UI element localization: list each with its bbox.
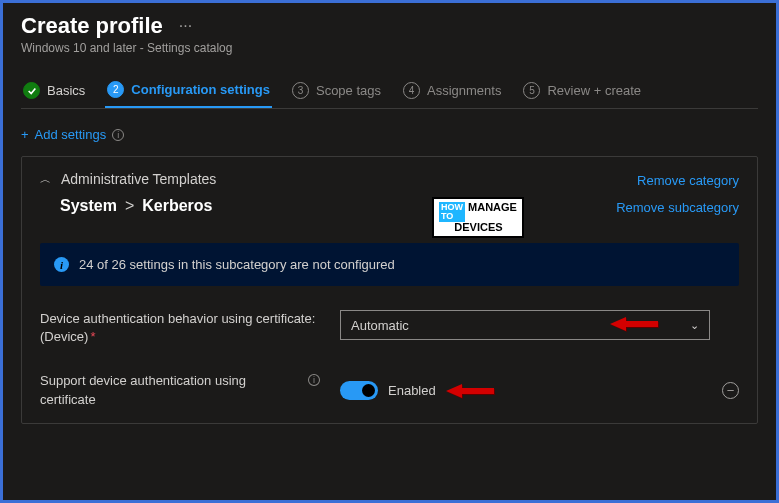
support-device-auth-toggle[interactable] — [340, 381, 378, 400]
remove-category-link[interactable]: Remove category — [637, 173, 739, 188]
tab-basics[interactable]: Basics — [21, 74, 87, 107]
remove-subcategory-link[interactable]: Remove subcategory — [616, 200, 739, 215]
breadcrumb: System > Kerberos — [60, 197, 616, 215]
svg-marker-0 — [610, 317, 658, 331]
more-actions-button[interactable]: ··· — [179, 17, 192, 35]
setting-row-support-device-auth: Support device authentication using cert… — [40, 372, 739, 408]
step-number-badge: 4 — [403, 82, 420, 99]
annotation-arrow-icon — [446, 382, 494, 400]
tab-label: Assignments — [427, 83, 501, 98]
watermark-logo: HOWTO MANAGE DEVICES — [432, 197, 524, 238]
tab-label: Configuration settings — [131, 82, 270, 97]
setting-row-device-auth-behavior: Device authentication behavior using cer… — [40, 310, 739, 346]
remove-setting-button[interactable]: − — [722, 382, 739, 399]
tab-label: Scope tags — [316, 83, 381, 98]
tab-label: Review + create — [547, 83, 641, 98]
wizard-tabs: Basics 2 Configuration settings 3 Scope … — [21, 73, 758, 109]
page-title: Create profile — [21, 13, 163, 39]
breadcrumb-part: Kerberos — [142, 197, 212, 215]
plus-icon: + — [21, 127, 29, 142]
toggle-status-label: Enabled — [388, 383, 436, 398]
info-icon[interactable]: i — [112, 129, 124, 141]
select-value: Automatic — [351, 318, 409, 333]
setting-label-text: Support device authentication using cert… — [40, 372, 302, 408]
tab-review-create[interactable]: 5 Review + create — [521, 74, 643, 107]
setting-label: Device authentication behavior using cer… — [40, 310, 320, 346]
add-settings-label: Add settings — [35, 127, 107, 142]
tab-scope-tags[interactable]: 3 Scope tags — [290, 74, 383, 107]
step-number-badge: 2 — [107, 81, 124, 98]
add-settings-link[interactable]: + Add settings i — [21, 127, 124, 142]
category-title: Administrative Templates — [61, 171, 216, 187]
setting-label-text: Device authentication behavior using cer… — [40, 311, 315, 344]
info-icon[interactable]: i — [308, 374, 320, 386]
info-banner-text: 24 of 26 settings in this subcategory ar… — [79, 257, 395, 272]
check-icon — [23, 82, 40, 99]
tab-assignments[interactable]: 4 Assignments — [401, 74, 503, 107]
chevron-up-icon[interactable]: ︿ — [40, 172, 51, 187]
step-number-badge: 3 — [292, 82, 309, 99]
required-asterisk: * — [90, 329, 95, 344]
toggle-knob — [362, 384, 375, 397]
tab-configuration-settings[interactable]: 2 Configuration settings — [105, 73, 272, 108]
info-icon: i — [54, 257, 69, 272]
step-number-badge: 5 — [523, 82, 540, 99]
tab-label: Basics — [47, 83, 85, 98]
chevron-down-icon: ⌄ — [690, 319, 699, 332]
breadcrumb-part: System — [60, 197, 117, 215]
annotation-arrow-icon — [610, 315, 658, 333]
svg-marker-1 — [446, 384, 494, 398]
page-subtitle: Windows 10 and later - Settings catalog — [21, 41, 758, 55]
breadcrumb-separator: > — [125, 197, 134, 215]
info-banner: i 24 of 26 settings in this subcategory … — [40, 243, 739, 286]
setting-label: Support device authentication using cert… — [40, 372, 320, 408]
category-card: ︿ Administrative Templates System > Kerb… — [21, 156, 758, 424]
